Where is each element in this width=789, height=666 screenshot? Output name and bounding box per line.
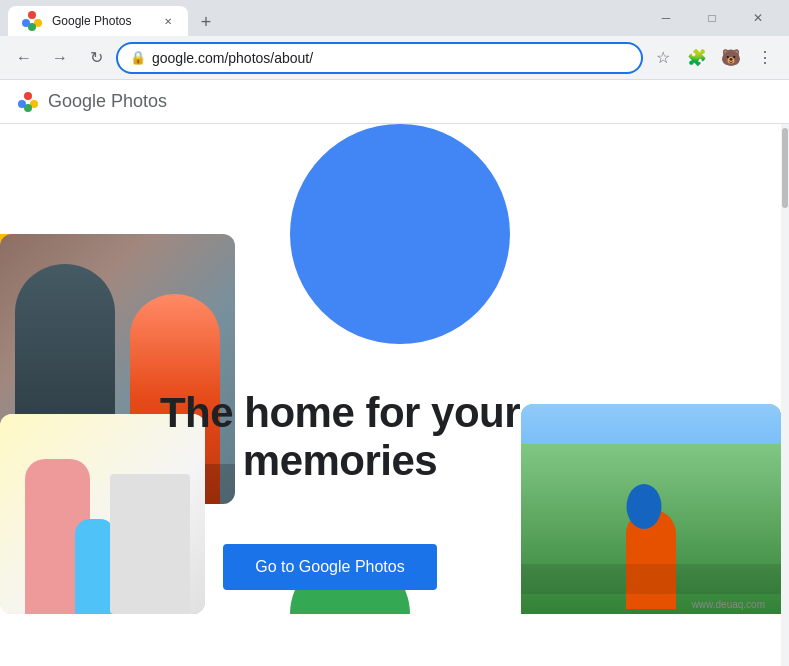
tab-favicon: [20, 9, 44, 33]
refresh-button[interactable]: ↻: [80, 42, 112, 74]
tab-title: Google Photos: [52, 14, 152, 28]
svg-point-3: [22, 19, 30, 27]
menu-button[interactable]: ⋮: [749, 42, 781, 74]
headline-text: The home for your memories: [140, 389, 540, 486]
go-to-google-photos-button[interactable]: Go to Google Photos: [223, 544, 436, 590]
close-button[interactable]: ✕: [735, 2, 781, 34]
title-bar: Google Photos ✕ + ─ □ ✕: [0, 0, 789, 36]
svg-point-7: [18, 100, 26, 108]
window-controls: ─ □ ✕: [643, 2, 781, 34]
blue-circle-decoration: [290, 124, 510, 344]
nav-icons-right: ☆ 🧩 🐻 ⋮: [647, 42, 781, 74]
extensions-button[interactable]: 🧩: [681, 42, 713, 74]
hero-section: The home for your memories Go to Google …: [0, 124, 781, 614]
app-header: Google Photos: [0, 80, 789, 124]
new-tab-button[interactable]: +: [192, 8, 220, 36]
app-title: Google Photos: [48, 91, 167, 112]
back-button[interactable]: ←: [8, 42, 40, 74]
page-content: The home for your memories Go to Google …: [0, 124, 789, 666]
navigation-bar: ← → ↻ 🔒 ☆ 🧩 🐻 ⋮: [0, 36, 789, 80]
scrollbar-thumb[interactable]: [782, 128, 788, 208]
hero-headline: The home for your memories: [140, 389, 540, 486]
address-bar[interactable]: 🔒: [116, 42, 643, 74]
lock-icon: 🔒: [130, 50, 146, 65]
chrome-window: Google Photos ✕ + ─ □ ✕ ← → ↻ 🔒 ☆ 🧩 🐻 ⋮: [0, 0, 789, 666]
bookmark-button[interactable]: ☆: [647, 42, 679, 74]
outdoor-photo: [521, 404, 781, 614]
google-photos-logo: [16, 90, 40, 114]
cta-section: Go to Google Photos: [140, 544, 520, 590]
svg-point-4: [24, 92, 32, 100]
url-input[interactable]: [152, 50, 629, 66]
watermark: www.deuaq.com: [692, 599, 765, 610]
tab-strip: Google Photos ✕ +: [8, 0, 643, 36]
active-tab[interactable]: Google Photos ✕: [8, 6, 188, 36]
forward-button[interactable]: →: [44, 42, 76, 74]
scrollbar[interactable]: [781, 124, 789, 666]
tab-close-button[interactable]: ✕: [160, 13, 176, 29]
svg-point-0: [28, 11, 36, 19]
minimize-button[interactable]: ─: [643, 2, 689, 34]
profile-button[interactable]: 🐻: [715, 42, 747, 74]
maximize-button[interactable]: □: [689, 2, 735, 34]
